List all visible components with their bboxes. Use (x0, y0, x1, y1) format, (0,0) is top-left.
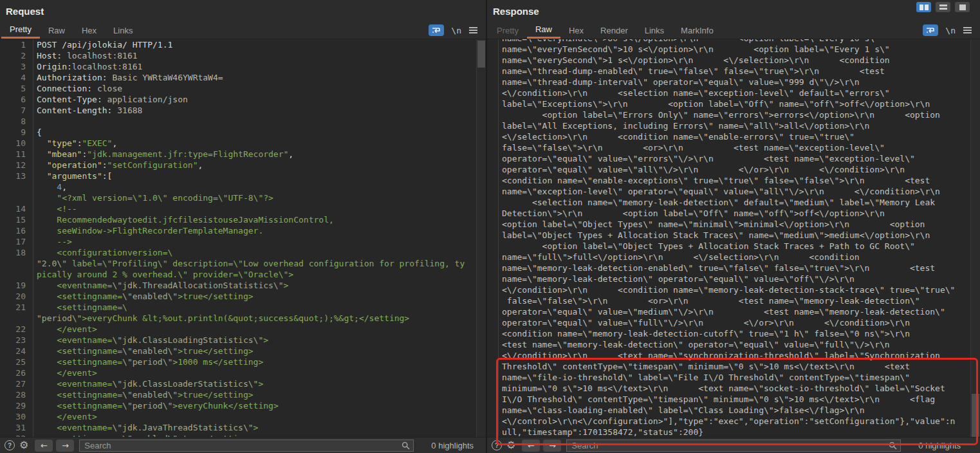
code-line: Detection\">\r\n <option label=\"Off\" n… (487, 208, 971, 219)
code-line: <\/condition>\r\n <text name=\"synchroni… (487, 350, 971, 361)
response-tabbar: PrettyRawHexRenderLinksMarkInfo \n (487, 22, 980, 39)
code-line: name=\"full\">full<\/option>\r\n <\/sele… (487, 252, 971, 263)
code-line: 21 <settingname=\ (0, 302, 477, 313)
wrap-lines-button[interactable] (429, 24, 444, 36)
search-icon (889, 441, 897, 450)
tab-links[interactable]: Links (105, 22, 141, 39)
layout-buttons (916, 2, 970, 12)
code-line: <\/condition>\r\n <condition name=\"memo… (487, 284, 971, 295)
search-input[interactable] (79, 439, 414, 452)
help-icon[interactable]: ? (5, 440, 15, 450)
highlights-count: 0 highlights (431, 441, 474, 450)
gear-icon[interactable]: ⚙ (19, 440, 28, 450)
code-line: I\/O Threshold\" contentType=\"timespan\… (487, 394, 971, 405)
layout-split-vertical-button[interactable] (916, 2, 931, 12)
menu-icon[interactable] (963, 26, 972, 34)
code-line: name=\"everyTenSecond\">10 s<\/option>\r… (487, 44, 971, 55)
code-line: operator=\"equal\" value=\"medium\"\/>\r… (487, 306, 971, 317)
code-line: operator=\"equal\" value=\"full\"\/>\r\n… (487, 317, 971, 328)
request-tabbar: PrettyRawHexLinks \n (0, 22, 486, 39)
tab-hex[interactable]: Hex (73, 22, 105, 39)
tab-render[interactable]: Render (592, 22, 636, 39)
tab-raw[interactable]: Raw (527, 22, 560, 39)
code-line: <option label=\"Errors Only\" name=\"err… (487, 109, 971, 120)
response-scrollbar-thumb[interactable] (972, 394, 979, 437)
previous-match-button[interactable]: ← (522, 439, 540, 452)
tab-raw[interactable]: Raw (40, 22, 73, 39)
response-scrollbar[interactable] (970, 39, 980, 437)
response-title: Response (493, 6, 539, 17)
newline-toggle[interactable]: \n (451, 26, 461, 35)
code-line: 11 "mbean":"jdk.management.jfr:type=Flig… (0, 149, 477, 160)
code-line: <\/selection>\r\n <condition name=\"enab… (487, 131, 971, 142)
newline-toggle[interactable]: \n (945, 26, 956, 35)
repeater-view: Request PrettyRawHexLinks \n 1POST /api/… (0, 0, 980, 453)
request-scrollbar[interactable] (476, 39, 486, 437)
code-line: false=\"false\">\r\n <or>\r\n <test name… (487, 142, 971, 153)
next-match-button[interactable]: → (56, 439, 74, 452)
code-line: 32 <settingname=\"enabled\">true</settin… (0, 433, 477, 437)
gear-icon[interactable]: ⚙ (506, 440, 515, 450)
wrap-lines-icon (926, 26, 935, 34)
code-line: 2Host: localhost:8161 (0, 50, 477, 61)
tab-hex[interactable]: Hex (560, 22, 592, 39)
code-line: 10 "type":"EXEC", (0, 138, 477, 149)
code-line: operator=\"equal\" value=\"errors\"\/>\r… (487, 153, 971, 164)
code-line: minimum=\"0 s\">10 ms<\/text>\r\n <text … (487, 383, 971, 394)
code-line: <option label=\"Object Types\" name=\"mi… (487, 219, 971, 230)
wrap-lines-button[interactable] (923, 24, 938, 36)
code-line: 25 <settingname=\"period\">1000 ms</sett… (0, 356, 477, 367)
code-line: 20 <settingname=\"enabled\">true</settin… (0, 291, 477, 302)
code-line: 30 </event> (0, 411, 477, 422)
response-editor[interactable]: name=\"everyMinute\">60 s<\/option>\r\n … (487, 39, 980, 437)
code-line: <selection name=\"memory-leak-detection\… (487, 197, 971, 208)
code-line: false=\"false\">\r\n <or>\r\n <test name… (487, 295, 971, 306)
code-line: 13 "arguments":[ (0, 171, 477, 181)
search-field-wrap (566, 439, 901, 452)
code-line: name=\"thread-dump-enabled\" true=\"fals… (487, 66, 971, 77)
code-line: name=\"file-io-threshold\" label=\"File … (487, 372, 971, 383)
menu-icon[interactable] (468, 26, 478, 34)
request-panel: Request PrettyRawHexLinks \n 1POST /api/… (0, 0, 486, 453)
tab-links[interactable]: Links (636, 22, 672, 39)
tab-pretty[interactable]: Pretty (1, 22, 40, 39)
request-editor[interactable]: 1POST /api/jolokia/ HTTP/1.12Host: local… (0, 39, 486, 437)
code-line: 4Authorization: Basic YWRtaW46YWRtaW4= (0, 72, 477, 83)
search-input[interactable] (566, 439, 901, 452)
request-header: Request (0, 0, 486, 22)
tab-markinfo[interactable]: MarkInfo (672, 22, 722, 39)
code-line: "<?xml version=\"1.0\" encoding=\"UTF-8\… (0, 192, 477, 203)
code-line: <option label=\"Object Types + Allocatio… (487, 241, 971, 252)
request-search-bar: ? ⚙ ← → 0 highlights (0, 437, 486, 453)
search-icon (402, 441, 410, 450)
layout-single-pane-button[interactable] (955, 2, 970, 12)
help-icon[interactable]: ? (492, 440, 502, 450)
code-line: 16 seeWindow->FlightRecorderTemplateMana… (0, 225, 477, 236)
code-line: name=\"exception-level\" operator=\"equa… (487, 186, 971, 197)
code-line: 28 <settingname=\"enabled\">true</settin… (0, 389, 477, 400)
code-line: label=\"All Exceptions, including Errors… (487, 120, 971, 131)
code-line: 6Content-Type: application/json (0, 94, 477, 105)
layout-split-horizontal-button[interactable] (936, 2, 950, 12)
previous-match-button[interactable]: ← (35, 439, 53, 452)
code-line: ull,"timestamp":1701358472,"status":200} (487, 427, 971, 437)
code-line: 18 <configurationversion=\ (0, 247, 477, 258)
code-line: 26 </event> (0, 367, 477, 378)
code-line: 31 <eventname=\"jdk.JavaThreadStatistics… (0, 422, 477, 433)
search-field-wrap (79, 439, 414, 452)
response-tab-tools: \n (923, 22, 972, 39)
code-line: 12 "operation":"setConfiguration", (0, 160, 477, 171)
code-line: <condition name=\"enable-exceptions\" tr… (487, 175, 971, 186)
single-pane-icon (959, 5, 966, 10)
code-line: label=\"Object Types + Allocation Stack … (487, 230, 971, 241)
code-line: name=\"everySecond\">1 s<\/option>\r\n <… (487, 55, 971, 66)
code-line: name=\"memory-leak-detection\" operator=… (487, 273, 971, 284)
next-match-button[interactable]: → (543, 439, 561, 452)
tab-pretty[interactable]: Pretty (488, 22, 527, 39)
code-line: 7Content-Length: 31688 (0, 105, 477, 116)
code-line: 4, (0, 181, 477, 192)
request-scrollbar-thumb[interactable] (477, 41, 485, 68)
code-line: 17 --> (0, 236, 477, 247)
code-line: name=\"thread-dump-interval\" operator=\… (487, 77, 971, 88)
code-line: 5Connection: close (0, 83, 477, 94)
